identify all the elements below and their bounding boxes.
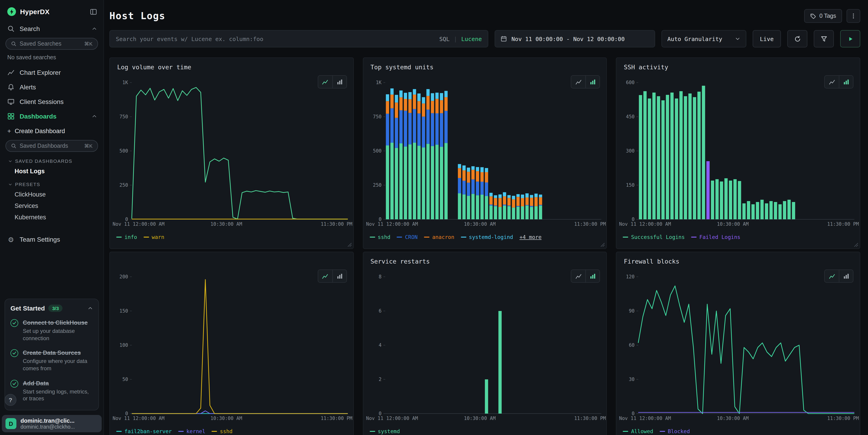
legend-item[interactable]: systemd-logind xyxy=(461,234,513,240)
saved-searches-field[interactable] xyxy=(20,40,81,47)
chart-legend: systemd xyxy=(370,428,400,435)
chart-card-fail2ban: 050100150200Nov 11 12:00:00 AM10:30:00 A… xyxy=(110,252,353,435)
resize-handle[interactable] xyxy=(600,243,605,247)
brand-name: HyperDX xyxy=(20,8,50,15)
chart-title: Service restarts xyxy=(370,258,430,265)
legend-item[interactable]: systemd xyxy=(370,428,400,435)
legend-item[interactable]: warn xyxy=(144,234,164,240)
saved-dashboards-field[interactable] xyxy=(20,143,81,149)
sidebar-item-team-settings[interactable]: ⚙ Team Settings xyxy=(0,232,103,247)
shortcut-hint: ⌘K xyxy=(84,41,93,47)
resize-handle[interactable] xyxy=(347,243,352,247)
step-desc: Start sending logs, metrics, or traces xyxy=(23,389,93,403)
sidebar-item-label: Team Settings xyxy=(20,236,60,243)
chart-type-toggle xyxy=(824,270,854,283)
sql-toggle[interactable]: SQL xyxy=(439,35,450,42)
get-started-step[interactable]: Add Data Start sending logs, metrics, or… xyxy=(10,379,93,403)
legend-item[interactable]: Blocked xyxy=(660,428,690,435)
sidebar-item-label: Search xyxy=(20,25,40,32)
legend-item[interactable]: Failed Logins xyxy=(691,234,740,240)
bar-chart-icon[interactable] xyxy=(332,76,346,88)
sidebar-item-services[interactable]: Services xyxy=(0,200,103,212)
monitor-icon xyxy=(7,98,14,105)
step-title: Connect to ClickHouse xyxy=(23,319,88,326)
chart-type-toggle xyxy=(317,270,347,283)
legend-item[interactable]: sshd xyxy=(212,428,232,435)
bar-chart-icon[interactable] xyxy=(839,270,853,282)
refresh-button[interactable] xyxy=(787,30,807,48)
sidebar-item-client-sessions[interactable]: Client Sessions xyxy=(0,94,103,109)
event-search-box[interactable]: SQL | Lucene xyxy=(110,30,488,48)
date-range-picker[interactable]: Nov 11 00:00:00 - Nov 12 00:00:00 xyxy=(495,30,655,48)
line-chart-icon[interactable] xyxy=(571,76,586,88)
svg-text:30: 30 xyxy=(629,377,634,382)
chart-card-service-restarts: Service restarts 02468Nov 11 12:00:00 AM… xyxy=(363,252,607,435)
legend-item[interactable]: CRON xyxy=(397,234,417,240)
legend-item[interactable]: sshd xyxy=(370,234,390,240)
sidebar-item-clickhouse[interactable]: ClickHouse xyxy=(0,189,103,200)
line-chart-icon[interactable] xyxy=(318,76,332,88)
run-query-button[interactable] xyxy=(840,30,860,48)
svg-text:10:30:00 AM: 10:30:00 AM xyxy=(210,221,242,227)
get-started-header[interactable]: Get Started 3/3 xyxy=(10,304,93,312)
legend-item[interactable]: kernel xyxy=(178,428,206,435)
legend-item[interactable]: info xyxy=(116,234,137,240)
chart-explorer-icon xyxy=(7,69,14,76)
sidebar-item-host-logs[interactable]: Host Logs xyxy=(0,165,103,177)
user-menu[interactable]: D dominic.tran@clic... dominic.tran@clic… xyxy=(2,415,102,432)
sidebar-collapse-icon[interactable] xyxy=(90,8,97,15)
svg-text:10:30:00 AM: 10:30:00 AM xyxy=(717,221,749,227)
resize-handle[interactable] xyxy=(854,243,859,247)
get-started-step[interactable]: Connect to ClickHouse Set up your databa… xyxy=(10,318,93,342)
query-language-toggle: SQL | Lucene xyxy=(439,35,482,42)
live-button[interactable]: Live xyxy=(753,30,781,48)
filter-button[interactable] xyxy=(814,30,834,48)
line-chart-icon[interactable] xyxy=(571,270,586,282)
legend-item[interactable]: anacron xyxy=(424,234,454,240)
presets-header[interactable]: PRESETS xyxy=(0,177,103,189)
legend-item[interactable]: fail2ban-server xyxy=(116,428,172,435)
chart-canvas: 02468Nov 11 12:00:00 AM10:30:00 AM11:30:… xyxy=(365,273,607,422)
sidebar: HyperDX Search ⌘K No saved searches xyxy=(0,0,104,435)
bar-chart-icon[interactable] xyxy=(332,270,346,282)
legend-more-link[interactable]: +4 more xyxy=(520,234,541,240)
line-chart-icon[interactable] xyxy=(825,76,839,88)
chart-legend: infowarn xyxy=(116,234,164,240)
create-dashboard-button[interactable]: + Create Dashboard xyxy=(0,124,103,138)
chart-canvas: 02505007501KNov 11 12:00:00 AM10:30:00 A… xyxy=(365,79,607,227)
bar-chart-icon[interactable] xyxy=(586,76,600,88)
svg-text:600: 600 xyxy=(626,80,635,85)
granularity-select[interactable]: Auto Granularity xyxy=(661,30,746,48)
tags-label: 0 Tags xyxy=(819,13,836,19)
more-menu-button[interactable] xyxy=(846,9,860,23)
saved-searches-input[interactable]: ⌘K xyxy=(5,38,98,50)
granularity-value: Auto Granularity xyxy=(668,35,722,42)
svg-text:11:30:00 PM: 11:30:00 PM xyxy=(828,415,859,421)
chart-card-systemd-units: Top systemd units 02505007501KNov 11 12:… xyxy=(363,58,607,249)
legend-item[interactable]: Successful Logins xyxy=(623,234,685,240)
svg-text:100: 100 xyxy=(119,342,128,348)
tags-button[interactable]: 0 Tags xyxy=(804,9,842,23)
legend-item[interactable]: Allowed xyxy=(623,428,653,435)
lucene-toggle[interactable]: Lucene xyxy=(461,35,482,42)
avatar: D xyxy=(5,418,17,429)
line-chart-icon[interactable] xyxy=(318,270,332,282)
bar-chart-icon[interactable] xyxy=(586,270,600,282)
bar-chart-icon[interactable] xyxy=(839,76,853,88)
toolbar: SQL | Lucene Nov 11 00:00:00 - Nov 12 00… xyxy=(110,30,860,48)
chart-legend: AllowedBlocked xyxy=(623,428,690,435)
help-button[interactable]: ? xyxy=(5,394,17,406)
line-chart-icon[interactable] xyxy=(825,270,839,282)
sidebar-item-chart-explorer[interactable]: Chart Explorer xyxy=(0,65,103,80)
get-started-step[interactable]: Create Data Sources Configure where your… xyxy=(10,348,93,372)
sidebar-item-search[interactable]: Search xyxy=(0,22,103,36)
sidebar-item-alerts[interactable]: Alerts xyxy=(0,80,103,94)
sidebar-item-dashboards[interactable]: Dashboards xyxy=(0,109,103,124)
saved-dashboards-input[interactable]: ⌘K xyxy=(5,140,98,152)
hyperdx-logo-icon xyxy=(7,7,16,16)
chart-title: Firewall blocks xyxy=(624,258,680,265)
step-title: Create Data Sources xyxy=(23,349,81,356)
event-search-input[interactable] xyxy=(116,35,435,42)
sidebar-item-kubernetes[interactable]: Kubernetes xyxy=(0,212,103,223)
saved-dashboards-header[interactable]: SAVED DASHBOARDS xyxy=(0,154,103,165)
